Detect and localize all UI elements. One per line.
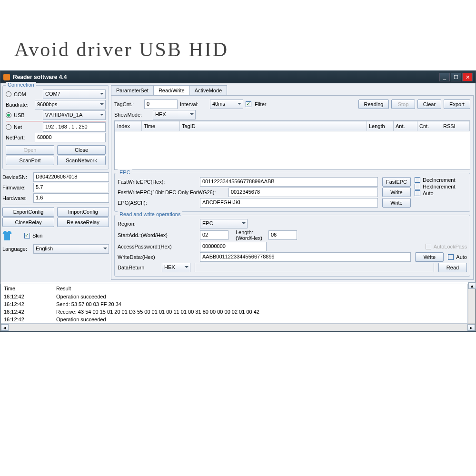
releaserelay-button[interactable]: ReleaseRelay [57,218,109,227]
com-select[interactable]: COM7 [43,89,106,99]
col-length[interactable]: Length [367,121,394,131]
epcascii-label: EPC(ASCII): [118,200,198,206]
tag-table: Index Time TagID Length Ant. Cnt. RSSI [114,120,470,170]
col-ant[interactable]: Ant. [394,121,417,131]
epc-title: EPC [118,169,132,175]
log-row: 16:12:42Send: 53 57 00 03 FF 20 34 [1,300,467,308]
log-row: 16:12:42Operation succeeded [1,293,467,300]
open-button[interactable]: Open [6,145,54,155]
export-button[interactable]: Export [444,99,470,109]
skin-checkbox[interactable] [24,233,30,238]
log-panel: TimeResult 16:12:42Operation succeeded 1… [0,284,468,324]
app-icon [3,74,10,80]
tagcnt-label: TagCnt.: [114,101,142,107]
col-cnt[interactable]: Cnt. [417,121,441,131]
net-label: Net [14,124,41,130]
rwops-panel: Read and write operations Region: EPC St… [114,215,470,277]
importconfig-button[interactable]: ImportConfig [57,207,109,217]
epcascii-input[interactable]: ABCDEFGHIJKL [200,198,378,208]
baud-label: Baudrate: [6,102,33,108]
col-time[interactable]: Time [142,121,180,131]
epc-panel: EPC FastWriteEPC(Hex): 00112233445566778… [114,173,470,212]
hexincrement-checkbox[interactable] [415,184,420,189]
col-rssi[interactable]: RSSI [441,121,470,131]
tab-parameterset[interactable]: ParameterSet [111,85,154,95]
log-row: 16:12:42Operation succeeded [1,316,467,323]
maximize-button[interactable]: ☐ [451,73,461,81]
com-radio[interactable] [6,91,11,97]
decincrement-checkbox[interactable] [415,177,420,183]
firmware-label: Firmware: [2,185,32,190]
hardware-label: Hardware: [2,195,32,201]
exportconfig-button[interactable]: ExportConfig [2,207,54,217]
showmode-select[interactable]: HEX [153,110,196,119]
scanport-button[interactable]: ScanPort [6,156,54,165]
auto-checkbox[interactable] [415,190,420,196]
startadd-input[interactable]: 02 [200,230,228,240]
usb-label: USB [14,112,41,118]
log-scrollbar-v[interactable]: ▴ [468,282,476,324]
hardware-input: 1.6 [33,193,109,203]
connection-panel: Connection COM COM7 Baudrate: 9600bps US… [2,85,109,169]
auto-label: Auto [423,190,434,196]
col-index[interactable]: Index [115,121,142,131]
write10-button[interactable]: Write [382,188,411,197]
close-window-button[interactable]: ✕ [462,73,473,81]
filter-checkbox[interactable] [246,101,251,107]
stop-button[interactable]: Stop [391,99,415,109]
usb-select[interactable]: \\?\HID#VID_1A [43,110,106,120]
titlebar: Reader software 4.4 _ ☐ ✕ [0,71,476,83]
scroll-up-icon[interactable]: ▴ [468,282,476,289]
clear-button[interactable]: Clear [417,99,441,109]
usb-radio[interactable] [6,112,11,118]
autolock-label: AutoLockPass [434,244,467,249]
netport-label: NetPort: [6,135,33,140]
scroll-right-icon[interactable]: ▸ [467,324,475,331]
region-select[interactable]: EPC [200,219,248,228]
writedata-input[interactable]: AABB00112233445566778899 [200,252,411,262]
col-tagid[interactable]: TagID [180,121,367,131]
fastwrite-input[interactable]: 00112233445566778899AABB [200,177,378,187]
accesspwd-label: AccessPassword:(Hex) [118,244,198,249]
scrollbar-h[interactable]: ◂ ▸ [0,324,476,331]
fastepc-button[interactable]: FastEPC [382,177,411,187]
datareturn-label: DataReturn [118,265,160,270]
close-button[interactable]: Close [57,145,106,155]
net-input[interactable]: 192 . 168 . 1 . 250 [43,122,106,132]
writeascii-button[interactable]: Write [382,198,411,208]
length-label: Length:(Word/Hex) [236,229,263,241]
connection-title: Connection [6,82,36,88]
writeauto-checkbox[interactable] [448,254,454,260]
skin-label: Skin [32,233,42,238]
read-button[interactable]: Read [438,263,467,272]
log-row: 16:12:42Receive: 43 54 00 15 01 20 01 D3… [1,308,467,316]
autolock-checkbox [426,244,431,249]
tab-readwrite[interactable]: Read/Write [153,85,190,95]
scannetwork-button[interactable]: ScanNetwork [57,156,106,165]
filter-label: Filter [255,101,266,107]
firmware-input: 5.7 [33,183,109,192]
com-label: COM [14,91,41,97]
tagcnt-input[interactable]: 0 [144,99,178,109]
closerelay-button[interactable]: CloseRelay [2,218,54,227]
datareturn-select[interactable]: HEX [162,263,190,272]
baud-select[interactable]: 9600bps [35,100,106,109]
fastwrite10-input[interactable]: 0012345678 [228,188,378,197]
rwops-title: Read and write operations [118,211,182,217]
writeauto-label: Auto [456,254,467,260]
decincrement-label: DecIncrement [423,177,455,183]
minimize-button[interactable]: _ [439,73,450,81]
scroll-left-icon[interactable]: ◂ [1,324,9,331]
net-radio[interactable] [6,124,11,130]
netport-input[interactable]: 60000 [35,133,106,142]
write-button[interactable]: Write [415,252,444,262]
fastwrite10-label: FastWriteEPC(10bit DEC Only ForWG26): [118,189,227,195]
log-col-result: Result [53,284,467,293]
language-select[interactable]: English [33,244,109,254]
reading-button[interactable]: Reading [358,99,389,109]
accesspwd-input[interactable]: 00000000 [200,242,267,251]
length-input[interactable]: 06 [268,230,297,240]
interval-select[interactable]: 40ms [210,99,243,109]
page-heading: Avoid driver USB HID [0,0,476,70]
tab-activemode[interactable]: ActiveMode [189,85,227,95]
